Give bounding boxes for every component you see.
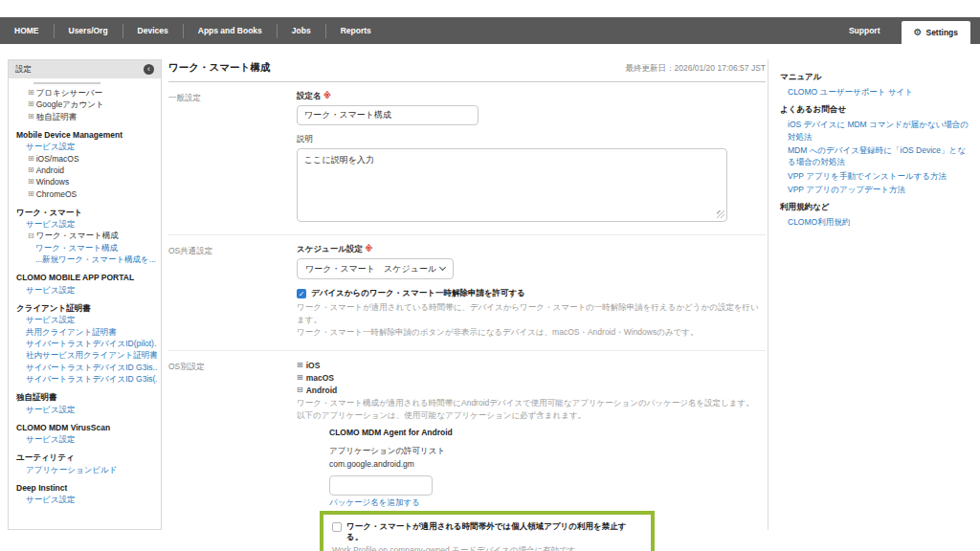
- nav-settings-tab[interactable]: ⚙ Settings: [902, 21, 971, 44]
- sidebar-item[interactable]: サイバートラストデバイスID(pilot)...: [16, 338, 157, 349]
- nav-right: Support ⚙ Settings: [828, 17, 980, 44]
- sidebar-item[interactable]: サービス設定: [16, 494, 157, 505]
- nav-items: HOMEUsers/OrgDevicesApps and BooksJobsRe…: [0, 17, 386, 44]
- help-panel: マニュアルCLOMO ユーザーサポート サイトよくあるお問合せiOS デバイスに…: [768, 59, 972, 530]
- sidebar-group: CLOMO MOBILE APP PORTALサービス設定: [16, 272, 157, 296]
- restrict-apps-note: Work Profile on company-owned モードデバイスの場合…: [332, 544, 642, 551]
- highlighted-restrict-option: ワーク・スマートが適用される時間帯外では個人領域アプリの利用を禁止する。 Wor…: [320, 511, 655, 551]
- note-line: ワーク・スマート構成が適用される時間帯にAndroidデバイスで使用可能なアプリ…: [297, 397, 766, 409]
- package-name-input[interactable]: [329, 475, 433, 496]
- nav-item-users-org[interactable]: Users/Org: [55, 17, 122, 44]
- sidebar-group: CLOMO MDM VirusScanサービス設定: [16, 422, 157, 446]
- resize-grip-icon[interactable]: [717, 210, 724, 218]
- note-line: ワーク・スマートが適用されている時間帯に、デバイスからワーク・スマートの一時解除…: [297, 301, 766, 326]
- help-link[interactable]: VPP アプリを手動でインストールする方法: [780, 170, 969, 182]
- schedule-select-value: ワーク・スマート スケジュール: [305, 263, 436, 276]
- sidebar-title: 設定: [15, 64, 32, 76]
- sidebar-item-label: iOS/macOS: [36, 153, 79, 165]
- sidebar-item[interactable]: ...新規ワーク・スマート構成を...: [16, 253, 157, 265]
- help-link[interactable]: VPP アプリのアップデート方法: [780, 184, 969, 195]
- sidebar-item[interactable]: ⊞Windows: [16, 176, 157, 187]
- nav-item-devices[interactable]: Devices: [123, 17, 183, 44]
- tree-item-label: Android: [306, 385, 338, 397]
- nav-support[interactable]: Support: [828, 26, 902, 35]
- sidebar-group: ⊞プロキシサーバー⊞Googleアカウント⊞独自証明書: [16, 87, 157, 122]
- allow-release-checkbox-label: デバイスからのワーク・スマート一時解除申請を許可する: [311, 288, 525, 298]
- squared-plus-icon: ⊞: [28, 155, 34, 163]
- last-updated: 最終更新日：2026/01/20 17:06:57 JST: [626, 63, 766, 75]
- allow-list: com.google.android.gm: [329, 458, 766, 471]
- description-field-label: 説明: [297, 134, 766, 145]
- sidebar-group-title: ユーティリティ: [16, 452, 157, 463]
- name-input[interactable]: [297, 105, 479, 125]
- allow-list-label: アプリケーションの許可リスト: [329, 445, 766, 457]
- tree-item-android[interactable]: ⊟Android: [297, 385, 766, 397]
- sidebar-group-title: Mobile Device Management: [16, 129, 157, 141]
- sidebar-item[interactable]: ⊟ワーク・スマート構成: [16, 230, 157, 241]
- allow-list-item: com.google.android.gm: [329, 458, 766, 471]
- nav-item-jobs[interactable]: Jobs: [278, 17, 325, 44]
- tree-item-ios[interactable]: ⊞iOS: [297, 360, 766, 372]
- sidebar-item[interactable]: ⊞Googleアカウント: [16, 99, 157, 110]
- agent-app-name: CLOMO MDM Agent for Android: [329, 428, 766, 437]
- sidebar-item[interactable]: サービス設定: [16, 404, 157, 415]
- tree-item-label: iOS: [306, 360, 321, 372]
- description-textarea[interactable]: ここに説明を入力: [297, 148, 727, 222]
- required-mark: ※: [323, 92, 331, 100]
- sidebar-item[interactable]: 社内サービス用クライアント証明書: [16, 349, 157, 361]
- sidebar-item[interactable]: アプリケーションビルド: [16, 464, 157, 475]
- required-mark: ※: [365, 245, 372, 253]
- sidebar-group-title: ワーク・スマート: [16, 207, 157, 218]
- android-notes: ワーク・スマート構成が適用される時間帯にAndroidデバイスで使用可能なアプリ…: [297, 397, 766, 422]
- page-title: ワーク・スマート構成: [168, 61, 270, 75]
- sidebar-item[interactable]: サービス設定: [16, 314, 157, 325]
- sidebar-item[interactable]: ⊞独自証明書: [16, 111, 157, 122]
- schedule-field-label: スケジュール設定: [297, 244, 363, 253]
- help-link[interactable]: CLOMO ユーザーサポート サイト: [780, 86, 969, 98]
- sidebar-item-label: Android: [36, 165, 64, 176]
- help-link[interactable]: CLOMO利用規約: [780, 216, 969, 228]
- name-field-label: 設定名: [297, 91, 322, 100]
- add-package-link[interactable]: パッケージ名を追加する: [329, 497, 766, 509]
- tree-item-label: macOS: [306, 372, 334, 385]
- sidebar-group: Deep Instinctサービス設定: [16, 482, 157, 506]
- nav-item-reports[interactable]: Reports: [326, 17, 386, 44]
- note-line: ワーク・スマート一時解除申請のボタンが非表示になるデバイスは、macOS・And…: [297, 326, 766, 339]
- tree-item-macos[interactable]: ⊞macOS: [297, 372, 766, 385]
- sidebar-item-label: Windows: [36, 176, 69, 187]
- help-link[interactable]: MDM へのデバイス登録時に「iOS Device」となる場合の対処法: [780, 144, 969, 168]
- section-general: 一般設定 設定名 ※ 説明 ここに説明を入力: [168, 82, 766, 235]
- squared-plus-icon: ⊞: [28, 178, 34, 186]
- android-settings-block: CLOMO MDM Agent for Android アプリケーションの許可リ…: [329, 428, 766, 508]
- sidebar-item[interactable]: サイバートラストデバイスID G3is(...: [16, 373, 157, 385]
- sidebar-item[interactable]: ワーク・スマート構成: [16, 242, 157, 253]
- sidebar-item[interactable]: サービス設定: [16, 141, 157, 152]
- restrict-apps-checkbox-label: ワーク・スマートが適用される時間帯外では個人領域アプリの利用を禁止する。: [346, 521, 642, 542]
- settings-tab-label: Settings: [925, 28, 958, 37]
- sidebar-item[interactable]: ⊞ChromeOS: [16, 188, 157, 200]
- sidebar-item[interactable]: サイバートラストデバイスID G3is...: [16, 362, 157, 373]
- sidebar-item[interactable]: ⊞Android: [16, 165, 157, 176]
- sidebar-item[interactable]: サービス設定: [16, 433, 157, 445]
- sidebar-item[interactable]: サービス設定: [16, 218, 157, 230]
- sidebar-item[interactable]: サービス設定: [16, 284, 157, 296]
- sidebar-group-title: Deep Instinct: [16, 482, 157, 494]
- collapse-sidebar-button[interactable]: ‹: [144, 64, 154, 75]
- section-os-common-label: OS共通設定: [168, 244, 297, 340]
- sidebar-group-title: クライアント証明書: [16, 302, 157, 314]
- sidebar-item[interactable]: ⊞iOS/macOS: [16, 153, 157, 165]
- sidebar-group-title: CLOMO MOBILE APP PORTAL: [16, 272, 157, 283]
- nav-item-apps-and-books[interactable]: Apps and Books: [184, 17, 277, 44]
- restrict-apps-checkbox-row[interactable]: ワーク・スマートが適用される時間帯外では個人領域アプリの利用を禁止する。: [332, 521, 642, 542]
- nav-item-home[interactable]: HOME: [0, 17, 54, 44]
- sidebar-group: クライアント証明書サービス設定共用クライアント証明書サイバートラストデバイスID…: [16, 302, 157, 385]
- chevron-left-icon: ‹: [147, 65, 150, 74]
- squared-plus-icon: ⊞: [28, 190, 34, 198]
- sidebar-item[interactable]: ⊞プロキシサーバー: [16, 87, 157, 99]
- allow-release-checkbox-row[interactable]: ✓ デバイスからのワーク・スマート一時解除申請を許可する: [297, 288, 766, 298]
- checkbox-unchecked-icon: [332, 522, 342, 532]
- sidebar-item[interactable]: 共用クライアント証明書: [16, 326, 157, 338]
- sidebar-item-label: プロキシサーバー: [36, 87, 102, 99]
- help-link[interactable]: iOS デバイスに MDM コマンドが届かない場合の対処法: [780, 119, 969, 143]
- schedule-select[interactable]: ワーク・スマート スケジュール: [297, 258, 454, 279]
